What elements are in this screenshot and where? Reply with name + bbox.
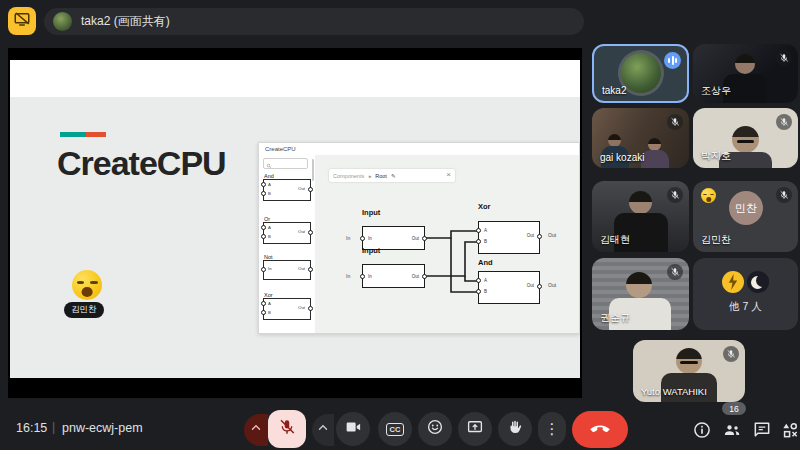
tile-parkjiho[interactable]: 박지호 (693, 108, 798, 168)
present-button[interactable] (458, 412, 492, 446)
divider: | (52, 420, 55, 434)
emoji-eye (90, 281, 98, 284)
captions-button[interactable]: CC (378, 412, 412, 446)
emoji-mouth (706, 197, 711, 202)
more-participants-label: 他 7 人 (693, 300, 798, 314)
participant-name: 박지호 (701, 149, 731, 163)
component-search-input (263, 158, 308, 169)
participant-count-badge: 16 (722, 402, 746, 415)
person-silhouette (626, 272, 652, 298)
gate-pin-label: In (268, 267, 272, 271)
participant-name: 권순규 (600, 311, 630, 325)
gate-pin-label: B (268, 192, 271, 196)
breadcrumb-section: Components (333, 173, 364, 179)
port-dot (261, 310, 266, 315)
meeting-code: pnw-ecwj-pem (62, 421, 143, 435)
more-options-button[interactable]: ⋮ (538, 412, 566, 446)
node-pin-label: In (368, 275, 372, 280)
port-dot (360, 274, 365, 279)
gate-item-not: In Out (263, 260, 311, 280)
speaking-indicator-icon (664, 52, 681, 69)
lightning-avatar (722, 271, 744, 293)
emoji-eye (710, 194, 714, 195)
emoji-mouth (82, 287, 93, 297)
more-vertical-icon: ⋮ (545, 420, 560, 438)
port-dot (422, 236, 427, 241)
end-call-button[interactable] (572, 411, 628, 448)
tile-yuto-watahiki[interactable]: Yuto WATAHIKI (633, 340, 745, 402)
activities-button[interactable] (780, 420, 800, 440)
camera-options-button[interactable] (312, 414, 334, 446)
presenter-chip[interactable]: taka2 (画面共有) (44, 8, 584, 35)
info-button[interactable] (692, 420, 712, 440)
port-dot (476, 239, 481, 244)
shared-slide: CreateCPU CreateCPU And A B Out (10, 60, 580, 378)
mic-off-icon (776, 114, 792, 130)
node-pin-label: Out (412, 237, 419, 242)
port-dot (308, 306, 313, 311)
glasses (680, 361, 698, 364)
lightning-icon (727, 274, 739, 290)
port-dot (308, 267, 313, 272)
mic-toggle-button[interactable] (268, 410, 306, 448)
breadcrumb-separator: » (368, 173, 371, 179)
close-icon: × (446, 170, 451, 179)
presenter-avatar (53, 12, 72, 31)
tile-kimtaehyun[interactable]: 김태현 (592, 181, 689, 252)
mic-off-icon (776, 50, 792, 66)
gate-pin-label: B (268, 235, 271, 239)
search-icon (266, 155, 272, 173)
node-title-xor: Xor (478, 202, 491, 211)
port-dot (422, 274, 427, 279)
tile-josangwoo[interactable]: 조상우 (693, 44, 798, 103)
reactions-button[interactable] (418, 412, 452, 446)
glasses (737, 140, 754, 143)
hand-icon (506, 418, 524, 440)
port-dot (261, 267, 266, 272)
slide-accent-bar-orange (86, 132, 106, 137)
node-xor: A B Out (478, 221, 540, 254)
avatar: 민찬 (729, 191, 763, 225)
participant-name: Yuto WATAHIKI (641, 386, 707, 397)
gate-pin-label: B (268, 311, 271, 315)
createcpu-app-screenshot: CreateCPU And A B Out (258, 142, 580, 334)
gate-pin-label: A (268, 183, 271, 187)
port-dot (537, 284, 542, 289)
tile-kimminchan[interactable]: 민찬 김민찬 (693, 181, 798, 252)
reaction-sender-pill: 김민찬 (64, 302, 104, 318)
node-title-input1: Input (362, 208, 380, 217)
raise-hand-button[interactable] (498, 412, 532, 446)
stop-presenting-button[interactable] (8, 7, 36, 35)
node-title-and: And (478, 258, 493, 267)
clock: 16:15 (16, 421, 47, 435)
participant-name: 김태현 (600, 233, 630, 247)
slide-title: CreateCPU (57, 144, 226, 183)
screen-share-stage: CreateCPU CreateCPU And A B Out (8, 48, 582, 398)
node-title-input2: Input (362, 246, 380, 255)
chevron-up-icon (249, 421, 263, 439)
tile-taka2[interactable]: taka2 (592, 44, 689, 103)
participant-name: taka2 (602, 85, 626, 96)
participant-name: 조상우 (701, 84, 731, 98)
edit-icon: ✎ (391, 173, 396, 179)
smiley-icon (426, 418, 444, 440)
port-dot (261, 191, 266, 196)
node-pin-label: A (484, 229, 487, 234)
tile-gai-kozaki[interactable]: gai kozaki (592, 108, 689, 168)
breadcrumb-page: Root (375, 173, 387, 179)
gate-pin-label: Out (298, 267, 305, 271)
people-button[interactable] (722, 420, 742, 440)
gate-pin-label: Out (298, 230, 305, 234)
participant-name: 김민찬 (701, 233, 731, 247)
tile-others[interactable]: 他 7 人 (693, 258, 798, 330)
gate-pin-label: Out (298, 306, 305, 310)
gate-item-and: A B Out (263, 179, 311, 201)
gate-item-or: A B Out (263, 222, 311, 244)
tile-kwonsungyu[interactable]: 권순규 (592, 258, 689, 330)
present-icon (466, 418, 484, 440)
presenter-chip-label: taka2 (画面共有) (81, 13, 170, 30)
node-pin-label: Out (527, 234, 534, 239)
chat-button[interactable] (752, 420, 772, 440)
camera-toggle-button[interactable] (336, 412, 370, 446)
mic-options-button[interactable] (244, 414, 268, 446)
